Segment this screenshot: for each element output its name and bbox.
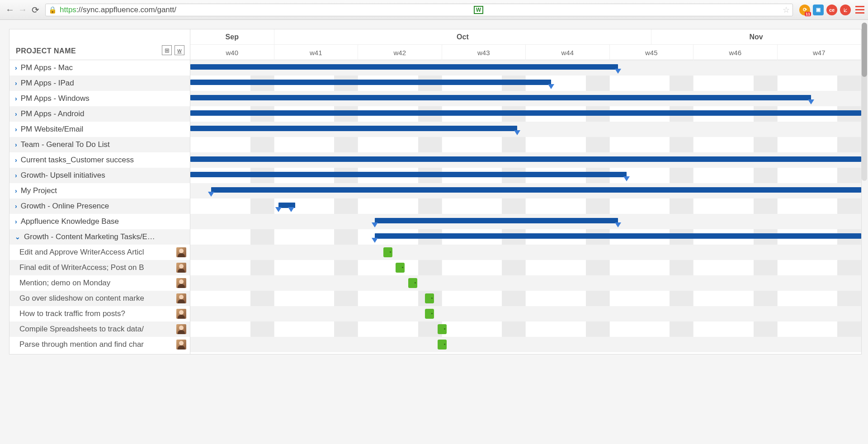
project-row[interactable]: ›My Project [9, 183, 190, 198]
task-row[interactable]: Edit and Approve WriterAccess Articl [9, 245, 190, 260]
week-header: w44 [526, 45, 610, 60]
assignee-avatar[interactable] [176, 278, 186, 288]
gantt-row [190, 76, 861, 91]
chevron-right-icon[interactable]: › [15, 187, 17, 194]
assignee-avatar[interactable] [176, 340, 186, 350]
gantt-marker[interactable] [623, 176, 630, 181]
gantt-row [190, 275, 861, 291]
bookmark-star-icon[interactable]: ☆ [783, 5, 790, 15]
forward-button[interactable]: → [16, 4, 29, 16]
gantt-marker[interactable] [208, 192, 214, 197]
project-label: My Project [21, 186, 57, 195]
gantt-task-bar[interactable] [383, 247, 392, 257]
gantt-bar[interactable] [190, 64, 618, 70]
project-row[interactable]: ›PM Apps - Android [9, 106, 190, 122]
gantt-task-bar[interactable] [408, 278, 417, 288]
gantt-marker[interactable] [548, 84, 554, 89]
project-label: PM Apps - Windows [21, 94, 90, 103]
chevron-right-icon[interactable]: › [15, 126, 17, 133]
gantt-bar[interactable] [190, 95, 811, 100]
extension-icon-3[interactable]: ce [826, 5, 837, 15]
project-label: Growth- Upsell initiatives [21, 171, 105, 180]
chevron-right-icon[interactable]: › [15, 156, 17, 164]
project-row[interactable]: ›PM Website/Email [9, 122, 190, 137]
extension-icon-1[interactable]: ⟳ [799, 5, 810, 15]
assignee-avatar[interactable] [176, 309, 186, 319]
page-scrollbar[interactable] [862, 23, 867, 181]
project-row[interactable]: ›PM Apps - Mac [9, 60, 190, 76]
task-row[interactable]: How to track traffic from posts? [9, 306, 190, 321]
gantt-row [190, 306, 861, 321]
project-row[interactable]: ›PM Apps - Windows [9, 91, 190, 106]
gantt-bar[interactable] [190, 110, 861, 116]
chevron-right-icon[interactable]: › [15, 110, 17, 118]
project-row[interactable]: ›PM Apps - IPad [9, 76, 190, 91]
gantt-marker[interactable] [372, 222, 378, 227]
chevron-right-icon[interactable]: › [15, 218, 17, 225]
norton-icon[interactable]: W [474, 6, 483, 14]
reload-button[interactable]: ⟳ [29, 4, 42, 16]
stumbleupon-icon[interactable]: ⟀ [840, 5, 851, 15]
task-row[interactable]: Final edit of WriterAccess; Post on B [9, 260, 190, 275]
gantt-row [190, 122, 861, 137]
project-row[interactable]: ›Appfluence Knowledge Base [9, 214, 190, 229]
gantt-bar[interactable] [375, 218, 618, 223]
gantt-marker[interactable] [615, 69, 621, 74]
gantt-marker[interactable] [514, 130, 520, 135]
chevron-right-icon[interactable]: › [15, 203, 17, 210]
gantt-row [190, 337, 861, 352]
gantt-bar[interactable] [190, 172, 627, 177]
gantt-task-bar[interactable] [438, 340, 447, 350]
extension-icon-2[interactable]: ▣ [813, 5, 824, 15]
project-label: Appfluence Knowledge Base [21, 217, 119, 226]
task-label: How to track traffic from posts? [19, 309, 125, 318]
week-header: w47 [778, 45, 862, 60]
gantt-bar[interactable] [190, 80, 551, 85]
chevron-right-icon[interactable]: › [15, 80, 17, 87]
back-button[interactable]: ← [4, 4, 16, 16]
gantt-bar[interactable] [211, 187, 861, 193]
task-row[interactable]: Go over slideshow on content marke [9, 291, 190, 306]
timeline-area[interactable]: SepOctNov w40w41w42w43w44w45w46w47 [190, 29, 861, 354]
gantt-marker[interactable] [615, 222, 621, 227]
assignee-avatar[interactable] [176, 324, 186, 334]
project-row[interactable]: ›Team - General To Do List [9, 137, 190, 152]
task-row[interactable]: Compile Spreadsheets to track data/ [9, 321, 190, 337]
gantt-task-bar[interactable] [425, 309, 434, 319]
project-row[interactable]: ⌄Growth - Content Marketing Tasks/E… [9, 229, 190, 245]
project-row[interactable]: ›Growth - Online Presence [9, 198, 190, 214]
month-header: Oct [274, 29, 652, 44]
task-label: Parse through mention and find char [19, 340, 144, 349]
gantt-task-bar[interactable] [438, 324, 447, 334]
add-project-icon[interactable]: ⊞ [162, 45, 172, 55]
gantt-bar[interactable] [190, 126, 517, 131]
chevron-right-icon[interactable]: › [15, 64, 17, 71]
project-label: Current tasks_Customer success [21, 156, 134, 165]
assignee-avatar[interactable] [176, 293, 186, 303]
chevron-right-icon[interactable]: › [15, 172, 17, 179]
project-row[interactable]: ›Current tasks_Customer success [9, 152, 190, 168]
task-row[interactable]: Mention; demo on Monday [9, 275, 190, 291]
chevron-right-icon[interactable]: › [15, 95, 17, 102]
project-label: Team - General To Do List [21, 140, 110, 149]
project-row[interactable]: ›Growth- Upsell initiatives [9, 168, 190, 183]
export-word-icon[interactable]: w [175, 45, 184, 55]
assignee-avatar[interactable] [176, 263, 186, 273]
chrome-menu-icon[interactable] [855, 6, 864, 14]
chevron-right-icon[interactable]: › [15, 141, 17, 148]
gantt-marker[interactable] [808, 99, 814, 104]
week-header: w40 [190, 45, 274, 60]
address-bar[interactable]: 🔒 https ://sync.appfluence.com/gantt/ W … [45, 4, 793, 16]
gantt-marker[interactable] [288, 207, 294, 212]
gantt-bar[interactable] [375, 233, 861, 239]
gantt-task-bar[interactable] [425, 293, 434, 303]
gantt-task-bar[interactable] [396, 263, 405, 273]
assignee-avatar[interactable] [176, 247, 186, 257]
task-row[interactable]: Parse through mention and find char [9, 337, 190, 352]
chevron-down-icon[interactable]: ⌄ [15, 233, 20, 241]
gantt-marker[interactable] [372, 238, 378, 243]
week-header: w41 [274, 45, 359, 60]
month-header: Nov [651, 29, 861, 44]
gantt-bar[interactable] [190, 156, 861, 162]
gantt-marker[interactable] [275, 207, 282, 212]
